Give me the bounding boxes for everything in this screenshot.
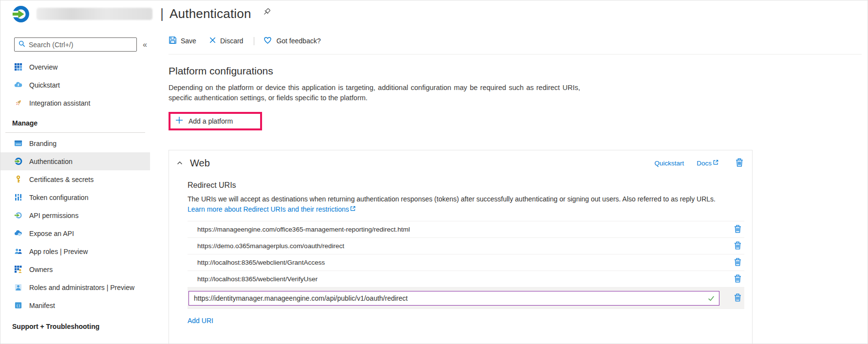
command-bar: Save Discard Got feedback? [169,35,868,47]
new-uri-input[interactable] [189,291,719,306]
sidebar-search[interactable] [14,37,137,52]
discard-button[interactable]: Discard [209,36,243,45]
delete-web-platform-button[interactable] [735,158,744,169]
collapse-sidebar-icon[interactable]: « [143,40,147,49]
save-icon [169,36,177,46]
uri-row: https://manageengine.com/office365-manag… [188,221,744,238]
redirect-uris-description: The URIs we will accept as destinations … [188,194,732,215]
svg-text:(): () [16,304,20,308]
redirect-uris-title: Redirect URIs [188,181,744,190]
redirect-uri-list: https://manageengine.com/office365-manag… [188,221,744,309]
trash-icon [735,158,744,169]
search-input[interactable] [29,41,132,49]
manifest-icon: () [14,301,22,309]
pin-icon[interactable] [262,7,272,19]
trash-icon [733,257,742,268]
search-icon [19,40,25,49]
expose-api-icon [14,229,22,237]
trash-icon [733,274,742,285]
sidebar-item-overview[interactable]: Overview [0,58,150,76]
uri-row: https://demo.o365managerplus.com/oauth/r… [188,238,744,254]
heart-icon [263,36,272,46]
main-content: Save Discard Got feedback? Platform conf… [150,27,868,344]
sidebar-item-token-configuration[interactable]: Token configuration [0,188,150,206]
trash-icon [733,293,742,304]
redacted-app-name [37,8,152,20]
sidebar-item-integration-assistant[interactable]: Integration assistant [0,94,150,112]
app-logo-icon [11,5,30,23]
sidebar: « Overview Quickstart Integration assist… [0,27,150,344]
delete-uri-button[interactable] [733,224,742,235]
chevron-up-icon[interactable] [176,159,184,167]
toolbar-rule [169,54,862,54]
add-platform-button[interactable]: Add a platform [169,112,262,130]
toolbar-divider [254,37,254,45]
web-panel-title: Web [190,158,210,169]
delete-uri-button[interactable] [733,293,742,304]
sidebar-item-quickstart[interactable]: Quickstart [0,76,150,94]
save-button[interactable]: Save [169,36,196,46]
sidebar-item-expose-api[interactable]: Expose an API [0,224,150,242]
overview-icon [14,63,22,71]
integration-assistant-icon [14,99,22,107]
sidebar-item-authentication[interactable]: Authentication [0,152,150,170]
sidebar-item-api-permissions[interactable]: API permissions [0,206,150,224]
quickstart-icon [14,81,22,89]
plus-icon [175,116,183,126]
certificates-icon [14,175,22,183]
sidebar-item-app-roles[interactable]: App roles | Preview [0,242,150,260]
uri-row-editing [188,288,744,309]
valid-check-icon [707,294,715,304]
page-title: Authentication [170,6,251,21]
branding-icon: www [14,139,22,147]
external-link-icon [713,159,719,167]
api-permissions-icon [14,211,22,219]
add-uri-link[interactable]: Add URI [188,317,213,325]
trash-icon [733,224,742,235]
title-separator: | [160,6,164,21]
trash-icon [733,241,742,252]
quickstart-link[interactable]: Quickstart [654,160,684,167]
uri-row: http://localhost:8365/webclient/VerifyUs… [188,271,744,288]
sidebar-section-manage: Manage [0,119,150,127]
platform-configurations-title: Platform configurations [169,65,868,77]
app-roles-icon [14,247,22,255]
delete-uri-button[interactable] [733,274,742,285]
delete-uri-button[interactable] [733,241,742,252]
roles-administrators-icon [14,283,22,291]
sidebar-item-roles-administrators[interactable]: Roles and administrators | Preview [0,278,150,296]
uri-row: http://localhost:8365/webclient/GrantAcc… [188,254,744,271]
platform-configurations-description: Depending on the platform or device this… [169,83,580,103]
sidebar-divider [5,132,145,133]
sidebar-item-manifest[interactable]: () Manifest [0,296,150,314]
discard-x-icon [209,36,216,45]
sidebar-section-support: Support + Troubleshooting [0,323,150,330]
svg-text:www: www [16,143,21,145]
docs-link[interactable]: Docs [697,159,719,167]
owners-icon [14,265,22,273]
authentication-icon [14,157,22,165]
sidebar-item-owners[interactable]: Owners [0,260,150,278]
token-configuration-icon [14,193,22,201]
external-link-icon [350,204,356,215]
top-header: | Authentication [0,0,868,27]
sidebar-item-certificates-secrets[interactable]: Certificates & secrets [0,170,150,188]
delete-uri-button[interactable] [733,257,742,268]
web-platform-panel: Web Quickstart Docs [169,150,753,344]
sidebar-item-branding[interactable]: www Branding [0,134,150,152]
learn-more-link[interactable]: Learn more about Redirect URIs and their… [188,204,356,215]
got-feedback-button[interactable]: Got feedback? [263,36,321,46]
